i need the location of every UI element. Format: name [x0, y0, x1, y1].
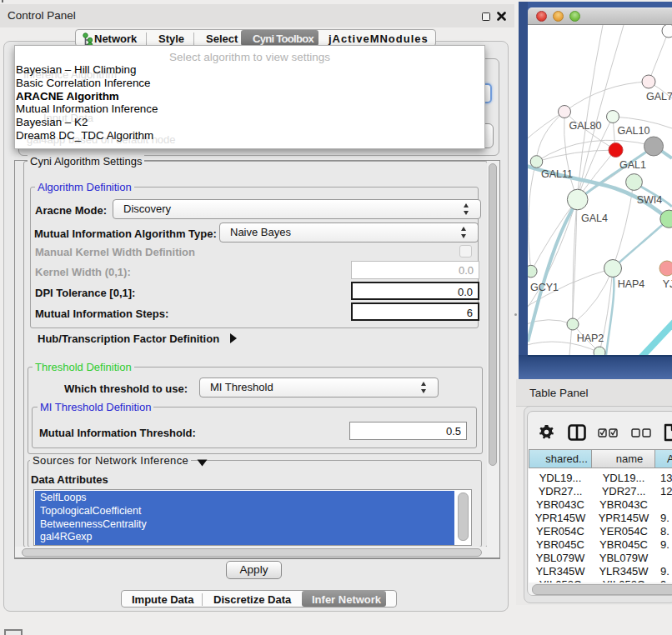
svg-text:GAL1: GAL1: [619, 159, 646, 171]
svg-text:GAL11: GAL11: [541, 168, 573, 180]
svg-text:GCY1: GCY1: [530, 282, 559, 293]
svg-text:YJ: YJ: [663, 278, 672, 290]
svg-text:GAL10: GAL10: [618, 125, 650, 137]
svg-text:GAL7: GAL7: [646, 91, 672, 102]
svg-text:GAL4: GAL4: [581, 212, 608, 224]
svg-text:HAP4: HAP4: [618, 278, 645, 290]
svg-text:GAL80: GAL80: [569, 120, 602, 132]
svg-text:SWI4: SWI4: [637, 194, 663, 206]
svg-text:HAP2: HAP2: [577, 332, 604, 344]
